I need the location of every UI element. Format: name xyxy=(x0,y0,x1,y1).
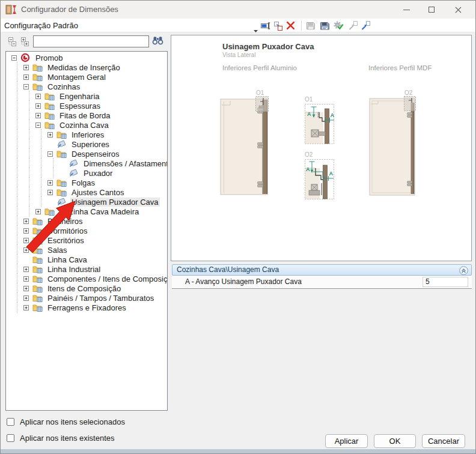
collapse-all-icon[interactable] xyxy=(8,37,17,46)
tree-toggle-plus-icon[interactable] xyxy=(21,276,32,282)
tree-toggle-plus-icon[interactable] xyxy=(21,305,32,310)
tree-item-label: Itens de Composição xyxy=(46,284,122,293)
window-bottom-edge xyxy=(1,449,475,453)
close-button[interactable] xyxy=(445,1,471,19)
tree-toggle-plus-icon[interactable] xyxy=(21,267,32,272)
rename-config-icon[interactable] xyxy=(260,20,271,31)
apply-check-gear-icon[interactable] xyxy=(333,20,344,31)
tree-item[interactable]: Linha Cava xyxy=(6,255,167,264)
tree-item[interactable]: Promob xyxy=(6,53,167,62)
detail2-label: O2 xyxy=(305,151,313,158)
tree-toggle-minus-icon[interactable] xyxy=(45,151,56,157)
tree-item[interactable]: Componentes / Itens de Composição xyxy=(6,274,167,283)
cancel-button[interactable]: Cancelar xyxy=(422,434,465,448)
dim-a-label: A xyxy=(307,111,311,117)
tree-toggle-plus-icon[interactable] xyxy=(45,180,56,186)
tree-item[interactable]: Usinagem Puxador Cava xyxy=(6,197,167,207)
ok-button[interactable]: OK xyxy=(374,434,416,448)
tree-item-label: Banheiros xyxy=(46,217,84,226)
property-label: A - Avanço Usinagem Puxador Cava xyxy=(185,276,302,288)
tree-toggle-plus-icon[interactable] xyxy=(33,103,44,109)
folder-icon xyxy=(44,121,56,129)
tree-item[interactable]: Inferiores xyxy=(6,130,167,139)
tree-item[interactable]: Engenharia xyxy=(6,91,167,101)
tree-toggle-plus-icon[interactable] xyxy=(33,113,44,118)
tree-item-label: Cozinha Cava Madeira xyxy=(58,207,140,216)
tree-item[interactable]: Ajustes Cantos xyxy=(6,187,167,197)
tree-item[interactable]: Dormitórios xyxy=(6,226,167,235)
tree-item[interactable]: Superiores xyxy=(6,139,167,149)
tree-toggle-minus-icon[interactable] xyxy=(21,84,32,89)
apply-selected-checkbox[interactable] xyxy=(7,418,14,426)
tree-toggle-plus-icon[interactable] xyxy=(21,228,32,234)
apply-existing-label: Aplicar nos itens existentes xyxy=(20,434,115,443)
promob-icon xyxy=(20,53,32,62)
copy-config-icon[interactable] xyxy=(273,20,284,31)
tree-item[interactable]: Cozinha Cava Madeira xyxy=(6,207,167,216)
save-library-icon[interactable] xyxy=(319,20,330,31)
tree-item[interactable]: Salas xyxy=(6,245,167,255)
tree-item[interactable]: Montagem Geral xyxy=(6,72,167,82)
tree-toggle-plus-icon[interactable] xyxy=(21,295,32,301)
tree-item[interactable]: Despenseiros xyxy=(6,149,167,159)
tree-item[interactable]: Medidas de Inserção xyxy=(6,62,167,72)
property-value-input[interactable]: 5 xyxy=(423,277,468,287)
tree-item[interactable]: Dimensões / Afastamentos xyxy=(6,159,167,168)
tree-toggle-plus-icon[interactable] xyxy=(21,219,32,224)
window-title: Configurador de Dimensões xyxy=(21,5,118,14)
tree-item[interactable]: Cozinha Cava xyxy=(6,120,167,130)
tree-toggle-plus-icon[interactable] xyxy=(33,94,44,99)
tag-icon xyxy=(56,140,69,148)
tree-toggle-plus-icon[interactable] xyxy=(21,74,32,80)
apply-selected-row: Aplicar nos itens selecionados xyxy=(7,417,125,426)
tree-item[interactable]: Escritórios xyxy=(6,235,167,245)
minimize-button[interactable] xyxy=(394,1,418,19)
door-aluminio: O1 xyxy=(221,89,269,195)
apply-button[interactable]: Aplicar xyxy=(325,434,368,448)
folder-icon xyxy=(32,255,44,264)
tree-toggle-minus-icon[interactable] xyxy=(33,123,44,128)
tree-item[interactable]: Linha Industrial xyxy=(6,264,167,274)
apply-existing-checkbox[interactable] xyxy=(7,434,14,442)
tree-item-label: Ajustes Cantos xyxy=(70,188,125,197)
config-selector[interactable]: Configuração Padrão xyxy=(4,19,78,32)
tree-item[interactable]: Fitas de Borda xyxy=(6,110,167,120)
delete-config-icon[interactable] xyxy=(285,20,296,31)
close-icon xyxy=(455,7,462,13)
maximize-button[interactable] xyxy=(420,1,444,19)
tree-item[interactable]: Itens de Composição xyxy=(6,283,167,293)
dropdown-caret-icon[interactable] xyxy=(254,24,258,35)
tree-item-label: Folgas xyxy=(70,178,96,187)
export-config-icon[interactable] xyxy=(360,20,371,31)
tree-item[interactable]: Puxador xyxy=(6,168,167,178)
tree-toggle-plus-icon[interactable] xyxy=(21,286,32,291)
tree-toggle-plus-icon[interactable] xyxy=(45,190,56,195)
tree-item-label: Puxador xyxy=(82,169,114,178)
tree-item[interactable]: Cozinhas xyxy=(6,82,167,91)
preview-panel: Usinagem Puxador Cava Vista Lateral Infe… xyxy=(171,35,472,261)
search-binoculars-icon[interactable] xyxy=(152,36,163,47)
tree-item-label: Painéis / Tampos / Tamburatos xyxy=(46,294,155,303)
expand-all-icon[interactable] xyxy=(20,37,30,46)
tree-toggle-plus-icon[interactable] xyxy=(21,247,32,253)
config-toolbar: Configuração Padrão xyxy=(1,19,475,32)
folder-icon xyxy=(44,101,56,110)
tree-item[interactable]: Banheiros xyxy=(6,216,167,226)
apply-existing-row: Aplicar nos itens existentes xyxy=(7,433,115,443)
folder-icon xyxy=(32,284,44,292)
folder-icon xyxy=(56,130,69,139)
tree-toggle-plus-icon[interactable] xyxy=(21,65,32,70)
property-group-header: Cozinhas Cava\Usinagem Cava xyxy=(172,264,472,276)
tree-toggle-plus-icon[interactable] xyxy=(45,132,56,138)
tree-search-input[interactable] xyxy=(33,35,149,47)
tree-item-label: Ferragens e Fixadores xyxy=(46,303,127,312)
dimension-configurator-dialog: Configurador de Dimensões Configuração P… xyxy=(0,0,476,454)
tree-item[interactable]: Espessuras xyxy=(6,101,167,110)
tree-toggle-plus-icon[interactable] xyxy=(21,238,32,243)
tree-item[interactable]: Folgas xyxy=(6,178,167,187)
tree-item[interactable]: Ferragens e Fixadores xyxy=(6,303,167,312)
tree-toggle-minus-icon[interactable] xyxy=(9,55,20,61)
tree-toggle-plus-icon[interactable] xyxy=(33,209,44,214)
collapse-group-button[interactable] xyxy=(459,266,468,275)
tree-item[interactable]: Painéis / Tampos / Tamburatos xyxy=(6,293,167,303)
